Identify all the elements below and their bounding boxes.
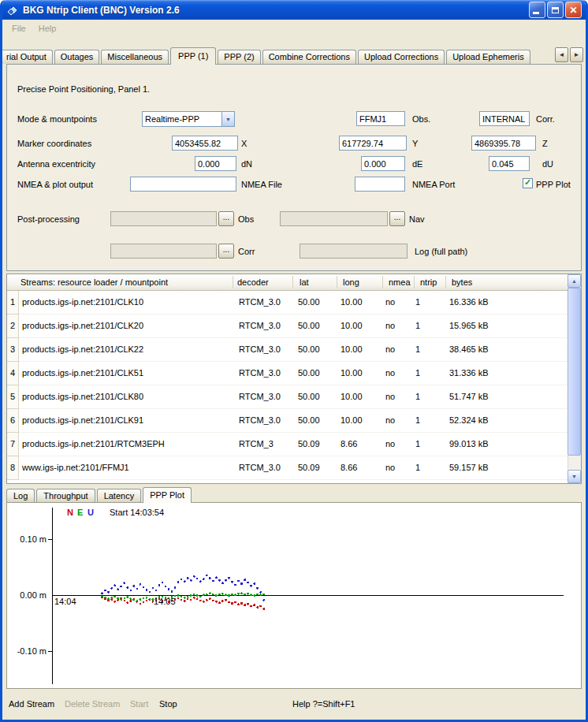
delete-stream-button[interactable]: Delete Stream [65,699,120,709]
cell-decoder: RTCM_3.0 [239,456,281,479]
y-label: Y [412,139,418,148]
tab-latency[interactable]: Latency [97,489,142,502]
maximize-button[interactable] [547,2,564,18]
panel-heading: Precise Point Positioning, Panel 1. [17,84,150,94]
col-header-bytes[interactable]: bytes [452,277,472,287]
tab-upload-ephemeris[interactable]: Upload Ephemeris [446,50,530,64]
corr-file-label: Corr [238,247,255,256]
de-label: dE [412,159,422,169]
tab-miscellaneous[interactable]: Miscellaneous [101,50,169,64]
scroll-down-button[interactable]: ▼ [568,470,581,483]
titlebar[interactable]: BKG Ntrip Client (BNC) Version 2.6 ✕ [2,0,586,20]
tab-ppp-1[interactable]: PPP (1) [170,47,216,65]
col-header-mountpoint[interactable]: Streams: resource loader / mountpoint [20,277,168,287]
tab-combine-corrections[interactable]: Combine Corrections [262,50,356,64]
cell-bytes: 99.013 kB [449,433,489,456]
col-header-decoder[interactable]: decoder [237,277,269,287]
cell-ntrip: 1 [415,362,420,385]
stop-button[interactable]: Stop [159,699,177,709]
cell-lat: 50.00 [298,409,320,432]
cell-decoder: RTCM_3 [239,433,274,456]
cell-ntrip: 1 [415,314,420,337]
nmea-port-input[interactable] [355,177,405,192]
menu-file[interactable]: File [6,22,32,35]
obs-mountpoint-input[interactable] [356,111,405,126]
cell-nmea: no [385,314,395,337]
tab-upload-corrections[interactable]: Upload Corrections [358,50,445,64]
corr-mountpoint-input[interactable] [479,111,530,126]
streams-rows: 1products.igs-ip.net:2101/CLK10RTCM_3.05… [7,291,581,480]
minimize-button[interactable] [529,2,545,18]
cell-long: 10.00 [341,409,363,432]
table-row[interactable]: 3products.igs-ip.net:2101/CLK22RTCM_3.05… [7,338,581,362]
table-row[interactable]: 5products.igs-ip.net:2101/CLK80RTCM_3.05… [7,385,581,409]
nmea-plot-output-label: NMEA & plot output [17,180,93,189]
cell-ntrip: 1 [415,409,420,432]
cell-decoder: RTCM_3.0 [239,362,281,385]
tab-scroll-left-button[interactable]: ◄ [555,47,568,62]
col-header-nmea[interactable]: nmea [389,277,411,287]
log-file-input[interactable] [300,244,408,259]
cell-bytes: 16.336 kB [449,291,489,314]
nmea-file-input[interactable] [130,177,236,192]
tab-ppp-plot[interactable]: PPP Plot [143,487,192,503]
tab-scroll-right-button[interactable]: ► [570,47,583,62]
nav-browse-button[interactable]: ... [389,211,405,226]
cell-ntrip: 1 [415,385,420,408]
scroll-thumb[interactable] [568,288,581,456]
obs-file-label: Obs [238,214,254,224]
dn-input[interactable] [195,156,236,171]
close-button[interactable]: ✕ [565,2,582,18]
du-input[interactable] [489,156,530,171]
table-row[interactable]: 4products.igs-ip.net:2101/CLK51RTCM_3.05… [7,362,581,385]
table-row[interactable]: 6products.igs-ip.net:2101/CLK91RTCM_3.05… [7,409,581,433]
y-coordinate-input[interactable] [339,136,407,151]
corr-file-input[interactable] [110,244,217,259]
header-separator [414,276,415,288]
x-tick-label: 14:04 [54,597,76,606]
cell-bytes: 52.324 kB [449,409,489,432]
cell-lat: 50.00 [298,314,320,337]
scroll-up-button[interactable]: ▲ [568,274,581,288]
table-row[interactable]: 2products.igs-ip.net:2101/CLK20RTCM_3.05… [7,314,581,338]
cell-lat: 50.09 [298,433,320,456]
table-row[interactable]: 1products.igs-ip.net:2101/CLK10RTCM_3.05… [7,291,581,314]
col-header-ntrip[interactable]: ntrip [420,277,437,287]
table-row[interactable]: 7products.igs-ip.net:2101/RTCM3EPHRTCM_3… [7,433,581,456]
cell-num: 6 [7,409,19,433]
obs-file-input[interactable] [110,211,217,226]
col-header-long[interactable]: long [343,277,359,287]
cell-mountpoint: products.igs-ip.net:2101/CLK22 [22,338,143,361]
chevron-down-icon[interactable]: ▼ [221,112,234,126]
x-tick-label: 14:05 [154,597,176,606]
cell-lat: 50.00 [298,385,320,408]
obs-browse-button[interactable]: ... [218,211,234,226]
check-icon: ✓ [524,178,531,187]
ppp-plot-svg [7,503,581,688]
tab-throughput[interactable]: Throughput [36,489,95,502]
tab-serial-output[interactable]: rial Output [0,50,53,64]
tab-ppp-2[interactable]: PPP (2) [218,50,260,64]
cell-long: 10.00 [341,314,363,337]
table-row[interactable]: 8www.igs-ip.net:2101/FFMJ1RTCM_3.050.098… [7,456,581,480]
tab-outages[interactable]: Outages [54,50,100,64]
menu-help[interactable]: Help [32,22,63,35]
col-header-lat[interactable]: lat [300,277,309,287]
nav-file-input[interactable] [280,211,388,226]
start-button[interactable]: Start [130,699,148,709]
tab-log[interactable]: Log [6,489,35,502]
cell-decoder: RTCM_3.0 [239,291,281,314]
mode-combobox[interactable]: Realtime-PPP ▼ [142,111,235,127]
x-coordinate-input[interactable] [172,136,238,151]
legend-e: E [77,508,83,517]
ppp-plot-checkbox[interactable]: ✓ [523,178,533,188]
vertical-scrollbar[interactable]: ▲ ▼ [568,274,581,483]
cell-num: 7 [7,433,19,456]
nav-file-label: Nav [409,214,425,224]
cell-num: 4 [7,362,19,385]
z-coordinate-input[interactable] [471,136,536,151]
de-input[interactable] [361,156,405,171]
add-stream-button[interactable]: Add Stream [9,699,54,709]
cell-long: 10.00 [341,291,363,314]
corr-browse-button[interactable]: ... [218,244,234,259]
